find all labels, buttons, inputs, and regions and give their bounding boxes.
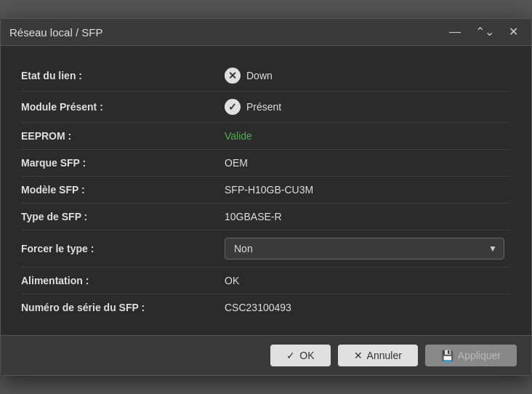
row-eeprom: EEPROM : Valide [21,123,511,150]
alimentation-text: OK [225,275,239,286]
ok-label: OK [299,350,314,361]
value-numero-serie: CSC23100493 [225,302,291,313]
apply-label: Appliquer [458,350,501,361]
footer: ✓ OK ✕ Annuler 💾 Appliquer [1,335,531,375]
cancel-label: Annuler [367,350,402,361]
value-marque-sfp: OEM [225,157,248,169]
label-etat-lien: Etat du lien : [21,70,225,81]
numero-serie-text: CSC23100493 [225,302,291,313]
row-modele-sfp: Modèle SFP : SFP-H10GB-CU3M [21,177,511,204]
etat-lien-text: Down [246,70,273,81]
row-alimentation: Alimentation : OK [21,268,511,294]
titlebar: Réseau local / SFP — ⌃⌄ ✕ [1,19,531,46]
value-type-sfp: 10GBASE-R [225,211,282,222]
label-modele-sfp: Modèle SFP : [21,184,225,196]
value-modele-sfp: SFP-H10GB-CU3M [225,184,313,196]
row-type-sfp: Type de SFP : 10GBASE-R [21,204,511,230]
apply-button: 💾 Appliquer [425,345,517,366]
content-area: Etat du lien : ✕ Down Module Présent : ✓… [1,46,531,335]
value-alimentation: OK [225,275,239,286]
module-present-text: Présent [246,101,281,113]
cancel-icon: ✕ [354,350,363,361]
cancel-button[interactable]: ✕ Annuler [338,345,418,366]
row-module-present: Module Présent : ✓ Présent [21,92,511,123]
value-forcer-type: Non Oui ▼ [225,238,504,260]
forcer-type-wrapper: Non Oui ▼ [225,238,504,260]
row-forcer-type: Forcer le type : Non Oui ▼ [21,230,511,268]
label-eeprom: EEPROM : [21,130,225,142]
eeprom-text: Valide [225,130,252,142]
ok-button[interactable]: ✓ OK [270,345,330,366]
check-icon: ✓ [225,99,241,115]
row-numero-serie: Numéro de série du SFP : CSC23100493 [21,294,511,321]
titlebar-controls: — ⌃⌄ ✕ [445,25,523,39]
close-button[interactable]: ✕ [504,25,523,39]
label-marque-sfp: Marque SFP : [21,157,225,169]
minimize-button[interactable]: — [445,25,465,39]
label-numero-serie: Numéro de série du SFP : [21,302,225,313]
error-icon: ✕ [225,68,241,84]
forcer-type-select[interactable]: Non Oui [225,238,504,260]
modele-sfp-text: SFP-H10GB-CU3M [225,184,313,196]
dialog: Réseau local / SFP — ⌃⌄ ✕ Etat du lien :… [0,18,532,376]
label-module-present: Module Présent : [21,101,225,113]
marque-sfp-text: OEM [225,157,248,169]
row-marque-sfp: Marque SFP : OEM [21,150,511,177]
label-forcer-type: Forcer le type : [21,243,225,254]
type-sfp-text: 10GBASE-R [225,211,282,222]
updown-button[interactable]: ⌃⌄ [471,25,499,39]
value-etat-lien: ✕ Down [225,68,273,84]
value-module-present: ✓ Présent [225,99,281,115]
row-etat-lien: Etat du lien : ✕ Down [21,60,511,92]
dialog-title: Réseau local / SFP [9,26,102,39]
apply-icon: 💾 [441,350,454,361]
ok-icon: ✓ [286,350,295,361]
value-eeprom: Valide [225,130,252,142]
label-alimentation: Alimentation : [21,275,225,286]
label-type-sfp: Type de SFP : [21,211,225,222]
